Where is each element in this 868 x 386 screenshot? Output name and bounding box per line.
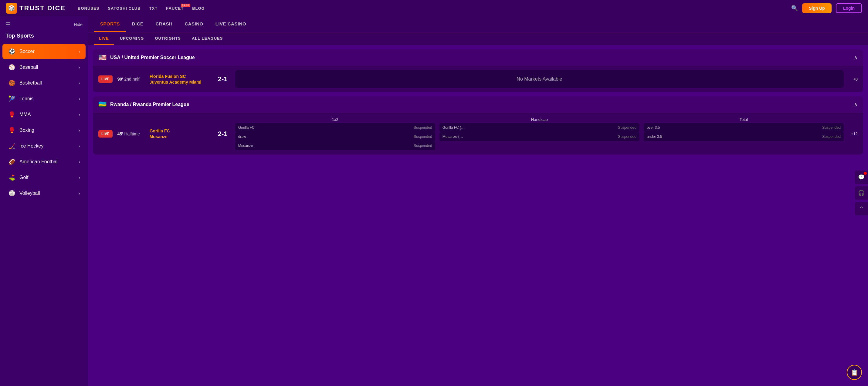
odds-btn-1x2-0[interactable]: Gorilla FC Suspended [235, 123, 435, 132]
right-float-panel: 💬 🎧 ⌃ [855, 171, 868, 215]
main-layout: ☰ Hide Top Sports ⚽ Soccer › ⚾ Baseball … [0, 16, 868, 386]
odds-btn-hc-1[interactable]: Musanze (… Suspended [439, 132, 640, 141]
signup-button[interactable]: Sign Up [802, 3, 832, 13]
sport-label-tennis: Tennis [20, 96, 75, 102]
chevron-up-icon: ⌃ [859, 205, 864, 212]
hamburger-icon[interactable]: ☰ [5, 21, 10, 28]
nav-item-blog[interactable]: BLOG [192, 6, 205, 11]
subtab-outrights[interactable]: OUTRIGHTS [150, 32, 186, 45]
no-markets-box: No Markets Available [235, 70, 844, 88]
odds-team: Gorilla FC [238, 126, 255, 130]
main-nav: BONUSESSATOSHI CLUBTXTFAUCETFREEBLOG [78, 6, 791, 11]
match-score: 2-1 [215, 75, 230, 83]
chevron-icon-mma: › [79, 112, 80, 117]
sidebar-item-soccer[interactable]: ⚽ Soccer › [2, 44, 86, 59]
soccer-icon: ⚽ [8, 47, 16, 56]
subtab-all-leagues[interactable]: ALL LEAGUES [187, 32, 228, 45]
live-badge: LIVE [98, 75, 113, 83]
teams-column: Gorilla FC Musanze [150, 128, 210, 140]
chevron-icon-basketball: › [79, 80, 80, 85]
support-button[interactable]: 🎧 [855, 186, 868, 200]
tab-dice[interactable]: DICE [126, 16, 150, 32]
league-header-left: 🇺🇸 USA / United Premier Soccer League [98, 54, 195, 62]
odds-btn-1x2-1[interactable]: draw Suspended [235, 132, 435, 141]
tab-crash[interactable]: CRASH [150, 16, 179, 32]
americanfootball-icon: 🏈 [8, 158, 16, 166]
sidebar-top: ☰ Hide [0, 16, 88, 32]
search-button[interactable]: 🔍 [791, 5, 798, 11]
odds-btn-total-1[interactable]: under 3.5 Suspended [644, 132, 844, 141]
nav-item-faucet[interactable]: FAUCETFREE [166, 6, 184, 11]
chevron-icon-tennis: › [79, 96, 80, 101]
chevron-icon-volleyball: › [79, 191, 80, 196]
sidebar-item-volleyball[interactable]: 🏐 Volleyball › [2, 186, 86, 201]
odds-btn-total-0[interactable]: over 3.5 Suspended [644, 123, 844, 132]
markets-row: 1x2 Gorilla FC Suspended draw Suspended [235, 117, 844, 150]
betslip-icon: 📋 [851, 369, 858, 376]
team2-name: Juventus Academy Miami [150, 80, 210, 84]
nav-item-satoshi[interactable]: SATOSHI CLUB [108, 6, 141, 11]
notification-dot [864, 172, 867, 175]
golf-icon: ⛳ [8, 174, 16, 181]
match-minute: 45' [118, 132, 123, 136]
sidebar-item-mma[interactable]: 🥊 MMA › [2, 107, 86, 122]
basketball-icon: 🏀 [8, 79, 16, 87]
chevron-icon-boxing: › [79, 128, 80, 133]
plus-markets: +12 [848, 132, 858, 136]
market-group-handicap: Handicap Gorilla FC (… Suspended Musanze… [439, 117, 640, 141]
headphone-icon: 🎧 [858, 190, 865, 196]
sidebar-item-basketball[interactable]: 🏀 Basketball › [2, 75, 86, 91]
tab-casino[interactable]: CASINO [179, 16, 209, 32]
betslip-button[interactable]: 📋 [847, 365, 862, 380]
login-button[interactable]: Login [836, 3, 862, 13]
sport-label-baseball: Baseball [20, 65, 75, 70]
team1-name: Florida Fusion SC [150, 74, 210, 79]
collapse-button[interactable]: ⌃ [855, 202, 868, 215]
odds-team: over 3.5 [647, 126, 660, 130]
chevron-icon-soccer: › [79, 49, 80, 54]
odds-btn-hc-0[interactable]: Gorilla FC (… Suspended [439, 123, 640, 132]
sidebar-item-boxing[interactable]: 🥊 Boxing › [2, 123, 86, 138]
sidebar-item-golf[interactable]: ⛳ Golf › [2, 170, 86, 185]
chevron-icon-icehockey: › [79, 144, 80, 148]
tab-live-casino[interactable]: LIVE CASINO [209, 16, 252, 32]
sub-tabs-row: LIVEUPCOMINGOUTRIGHTSALL LEAGUES [88, 32, 868, 45]
nav-item-bonuses[interactable]: BONUSES [78, 6, 99, 11]
match-row-match2: LIVE 45' Halftime Gorilla FC Musanze 2-1… [93, 113, 863, 154]
market-header-total: Total [644, 117, 844, 122]
baseball-icon: ⚾ [8, 63, 16, 71]
sport-label-golf: Golf [20, 175, 75, 180]
sidebar-item-icehockey[interactable]: 🏒 Ice Hockey › [2, 138, 86, 153]
odds-team: Musanze [238, 144, 253, 148]
live-chat-button[interactable]: 💬 [855, 171, 868, 184]
logo-icon: 🎲 [6, 3, 17, 14]
tennis-icon: 🎾 [8, 95, 16, 103]
sidebar-item-americanfootball[interactable]: 🏈 American Football › [2, 154, 86, 169]
league-flag: 🇺🇸 [98, 54, 106, 62]
tab-sports[interactable]: SPORTS [94, 16, 126, 32]
league-header-rwanda-league[interactable]: 🇷🇼 Rwanda / Rwanda Premier League ∧ [93, 96, 863, 113]
odds-btn-1x2-2[interactable]: Musanze Suspended [235, 141, 435, 150]
nav-item-txt[interactable]: TXT [149, 6, 158, 11]
league-collapse-icon: ∧ [854, 54, 858, 61]
hide-label[interactable]: Hide [74, 22, 83, 27]
sidebar-item-tennis[interactable]: 🎾 Tennis › [2, 91, 86, 106]
chevron-icon-americanfootball: › [79, 160, 80, 164]
sport-label-icehockey: Ice Hockey [20, 143, 75, 149]
odds-val: Suspended [414, 144, 432, 148]
volleyball-icon: 🏐 [8, 189, 16, 197]
subtab-live[interactable]: LIVE [94, 32, 114, 45]
match-time: 45' Halftime [118, 132, 145, 136]
team2-name: Musanze [150, 134, 210, 139]
league-name: USA / United Premier Soccer League [110, 55, 195, 60]
sidebar-item-baseball[interactable]: ⚾ Baseball › [2, 60, 86, 75]
league-flag: 🇷🇼 [98, 101, 106, 108]
sport-label-americanfootball: American Football [20, 159, 75, 165]
chevron-icon-baseball: › [79, 65, 80, 70]
subtab-upcoming[interactable]: UPCOMING [115, 32, 149, 45]
sidebar: ☰ Hide Top Sports ⚽ Soccer › ⚾ Baseball … [0, 16, 88, 386]
match-score: 2-1 [215, 130, 230, 138]
live-badge: LIVE [98, 130, 113, 138]
league-header-usa-league[interactable]: 🇺🇸 USA / United Premier Soccer League ∧ [93, 49, 863, 66]
plus-markets: +0 [848, 77, 858, 81]
